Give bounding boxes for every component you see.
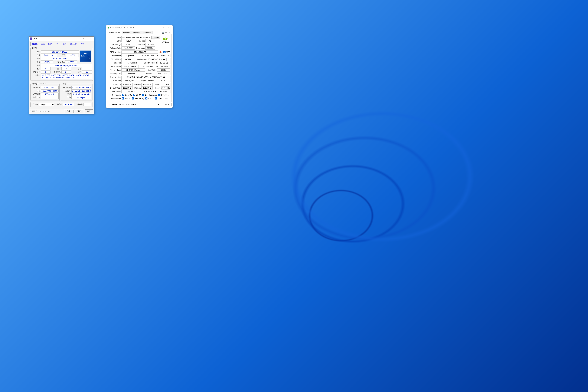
cpuz-window: Z CPU-Z ─ ☐ ✕ 处理器 主板 内存 SPD 显卡 测试分数 关于 处… <box>29 36 94 114</box>
lbl-technologies: Technologies <box>108 98 121 100</box>
chk-raytracing[interactable]: Ray Tracing <box>131 97 144 100</box>
lbl-instr: 指令集 <box>32 74 40 77</box>
cpuz-tabs: 处理器 主板 内存 SPD 显卡 测试分数 关于 <box>30 42 93 46</box>
cpuz-brand: CPU-Z <box>30 110 37 112</box>
val-l2: 8 x 2 MB + 4 x 4 MB <box>72 93 92 96</box>
val-threads: 32 <box>83 103 92 106</box>
lbl-busspd: 总线速度 <box>32 93 40 96</box>
maximize-button[interactable]: ☐ <box>81 37 87 40</box>
lbl-gclock: GPU Clock <box>108 83 121 86</box>
close-button[interactable]: ✕ <box>166 26 172 30</box>
lbl-rev: 修订 <box>72 71 82 73</box>
dropdown-arrow-icon: ▾ <box>70 110 72 112</box>
close-button-footer[interactable]: Close <box>161 103 172 106</box>
lbl-dboost: Boost <box>153 87 160 89</box>
save-bios-icon[interactable]: 📤 <box>159 51 162 54</box>
val-sli: Disabled <box>122 90 142 93</box>
gpu-select[interactable]: NVIDIA GeForce RTX 4070 SUPER <box>107 103 160 106</box>
val-extmdl: B7 <box>62 70 71 74</box>
busif-help-icon[interactable]: ? <box>167 58 170 61</box>
chk-physx[interactable]: PhysX <box>145 97 154 100</box>
chk-dcompute[interactable]: DirectCompute <box>142 94 157 96</box>
screenshot-icon[interactable]: 📷 <box>161 31 164 34</box>
lbl-gmem: Memory <box>133 83 141 86</box>
tab-mainboard[interactable]: 主板 <box>40 42 46 46</box>
refresh-icon[interactable]: ⟳ <box>164 31 168 34</box>
val-gmem: 1338 MHz <box>142 83 152 86</box>
lbl-dclock: Default Clock <box>108 87 121 89</box>
lbl-family: 系列 <box>32 68 40 70</box>
minimize-button[interactable]: ─ <box>75 37 81 40</box>
lbl-threads: 线程数 <box>75 103 82 106</box>
tab-spd[interactable]: SPD <box>54 42 61 46</box>
lbl-codename: 代号 <box>32 54 40 56</box>
val-l1d: 8 x 48 KB + 16 x 32 KB <box>72 86 92 89</box>
val-shaders: 7168 Unified <box>122 61 142 64</box>
nvidia-logo-text: NVIDIA <box>162 41 169 43</box>
verify-button[interactable]: 验证 <box>75 110 83 113</box>
lbl-spec: 规格 <box>32 64 40 67</box>
lbl-dx: DirectX Support <box>142 62 157 64</box>
group-processor-legend: 处理器 <box>32 47 38 49</box>
chk-opengl[interactable]: OpenGL 4.6 <box>154 97 168 100</box>
val-rev: A1 <box>145 39 155 42</box>
group-clocks: 时钟 (P-Core #0) 核心速度5700.00 MHz 倍频x 57.0 … <box>30 82 60 101</box>
val-die: 294 mm² <box>145 43 155 46</box>
uefi-checkbox[interactable]: UEFI <box>163 51 170 54</box>
lookup-button[interactable]: Lookup <box>152 36 160 39</box>
lbl-tfill: Texture Fillrate <box>139 66 154 68</box>
cpuz-app-icon: Z <box>30 38 32 40</box>
val-dclock: 1980 MHz <box>122 86 132 90</box>
lbl-gpu: GPU <box>108 40 121 42</box>
gpuz-titlebar[interactable]: ▣ TechPowerUp GPU-Z 2.57.0 ─ ☐ ✕ <box>106 25 173 30</box>
val-family: 6 <box>41 67 50 70</box>
chk-vulkan[interactable]: Vulkan <box>122 97 130 100</box>
ok-button[interactable]: 确定 <box>85 110 93 113</box>
hamburger-icon[interactable]: ≡ <box>168 31 172 34</box>
group-cache: 缓存 一级 数据8 x 48 KB + 16 x 32 KB 一级 指令8 x … <box>61 82 92 101</box>
processor-select[interactable]: 处理器 #1 <box>39 103 54 106</box>
lbl-computing: Computing <box>108 94 121 96</box>
lbl-reldate: Release Date <box>108 47 121 49</box>
tab-graphics-card[interactable]: Graphics Card <box>107 31 122 34</box>
val-corev: 1.308 V <box>65 60 77 63</box>
lbl-drvdate: Driver Date <box>108 80 121 82</box>
logo-line: CORE <box>81 54 90 58</box>
tab-processor[interactable]: 处理器 <box>30 42 39 46</box>
nvidia-logo: NVIDIA <box>160 35 170 45</box>
tab-graphics[interactable]: 显卡 <box>61 42 68 46</box>
maximize-button[interactable]: ☐ <box>160 26 166 30</box>
chk-opencl[interactable]: OpenCL <box>122 94 132 96</box>
lbl-name: 名字 <box>32 51 40 53</box>
tab-sensors[interactable]: Sensors <box>122 31 131 34</box>
tab-advanced[interactable]: Advanced <box>131 31 142 34</box>
tab-validation[interactable]: Validation <box>142 31 153 34</box>
cpuz-version: Ver. 2.08.0.x64 <box>38 110 50 112</box>
tab-memory[interactable]: 内存 <box>46 42 54 46</box>
lbl-sli: NVIDIA SLI <box>108 90 121 92</box>
tools-button[interactable]: 工具 ▾ <box>64 110 74 113</box>
chk-directml[interactable]: DirectML <box>158 94 168 96</box>
close-button[interactable]: ✕ <box>87 37 93 40</box>
svg-point-1 <box>165 38 166 39</box>
cpuz-titlebar[interactable]: Z CPU-Z ─ ☐ ✕ <box>29 36 94 41</box>
lbl-rbar: Resizable BAR <box>142 90 156 92</box>
val-digsig: WHQL <box>155 79 170 82</box>
val-dmem: 1313 MHz <box>142 86 152 90</box>
tab-about[interactable]: 关于 <box>79 42 86 46</box>
lbl-corev: 核心电压 <box>53 61 65 63</box>
minimize-button[interactable]: ─ <box>154 26 160 30</box>
val-name: Intel Core i9 14900K <box>41 50 79 54</box>
val-gpu-name: NVIDIA GeForce RTX 4070 SUPER <box>122 36 151 39</box>
tab-bench[interactable]: 测试分数 <box>68 42 79 46</box>
chk-cuda[interactable]: CUDA <box>132 94 141 96</box>
lbl-dmem: Memory <box>133 87 141 89</box>
lbl-subv: Subvendor <box>108 55 121 57</box>
val-fsb <box>41 96 58 99</box>
lbl-l3: 三级 <box>62 96 71 99</box>
lbl-bandwidth: Bandwidth <box>141 72 154 75</box>
val-drvdate: Jan 18, 2024 <box>122 79 139 82</box>
val-tech: 10 纳米 <box>41 60 53 63</box>
val-instr: MMX, SSE, SSE2, SSE3, SSSE3, SSE4.1, SSE… <box>41 74 92 79</box>
logo-brand: intel <box>84 53 87 54</box>
